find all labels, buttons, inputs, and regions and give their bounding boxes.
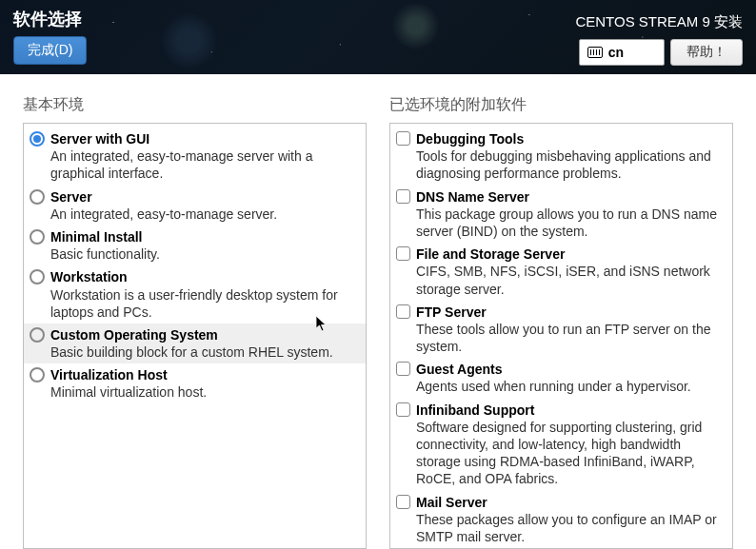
option-description: An integrated, easy-to-manage server.	[50, 206, 358, 223]
installer-title: CENTOS STREAM 9 安装	[575, 13, 743, 31]
addon-option[interactable]: DNS Name ServerThis package group allows…	[390, 186, 732, 244]
addon-option[interactable]: Infiniband SupportSoftware designed for …	[390, 399, 732, 491]
radio-button[interactable]	[30, 367, 45, 382]
addon-option[interactable]: Mail ServerThese packages allow you to c…	[390, 491, 732, 549]
addon-option[interactable]: File and Storage ServerCIFS, SMB, NFS, i…	[390, 243, 732, 301]
base-environment-column: 基本环境 Server with GUIAn integrated, easy-…	[23, 86, 367, 549]
addon-option[interactable]: FTP ServerThese tools allow you to run a…	[390, 301, 732, 359]
option-name: Server with GUI	[50, 130, 358, 147]
base-environment-list[interactable]: Server with GUIAn integrated, easy-to-ma…	[23, 123, 367, 549]
radio-button[interactable]	[30, 189, 45, 205]
option-name: Minimal Install	[50, 228, 358, 245]
option-description: CIFS, SMB, NFS, iSCSI, iSER, and iSNS ne…	[416, 263, 725, 297]
option-description: Basic functionality.	[50, 245, 358, 263]
done-button[interactable]: 完成(D)	[13, 36, 87, 65]
addons-heading: 已选环境的附加软件	[389, 95, 733, 115]
keyboard-layout-selector[interactable]: cn	[579, 39, 665, 66]
option-name: Server	[50, 188, 358, 206]
radio-button[interactable]	[30, 269, 45, 284]
header-right: CENTOS STREAM 9 安装 cn 帮助！	[575, 13, 743, 66]
option-name: Workstation	[50, 268, 358, 285]
option-description: Tools for debugging misbehaving applicat…	[416, 147, 725, 182]
checkbox[interactable]	[396, 362, 410, 376]
environment-option[interactable]: Server with GUIAn integrated, easy-to-ma…	[24, 127, 366, 186]
addon-option[interactable]: Debugging ToolsTools for debugging misbe…	[390, 127, 732, 186]
checkbox[interactable]	[396, 246, 410, 261]
option-name: DNS Name Server	[416, 188, 725, 206]
option-description: This package group allows you to run a D…	[416, 206, 725, 240]
addon-option[interactable]: Guest AgentsAgents used when running und…	[390, 358, 732, 398]
addons-list[interactable]: Debugging ToolsTools for debugging misbe…	[389, 123, 733, 549]
help-button[interactable]: 帮助！	[670, 39, 743, 66]
option-description: Minimal virtualization host.	[50, 383, 358, 401]
environment-option[interactable]: WorkstationWorkstation is a user-friendl…	[24, 265, 366, 324]
option-description: An integrated, easy-to-manage server wit…	[50, 147, 358, 182]
environment-option[interactable]: ServerAn integrated, easy-to-manage serv…	[24, 186, 366, 225]
option-name: File and Storage Server	[416, 245, 725, 263]
checkbox[interactable]	[396, 402, 410, 417]
option-description: Agents used when running under a hypervi…	[416, 378, 725, 395]
checkbox[interactable]	[396, 495, 410, 509]
base-environment-heading: 基本环境	[23, 95, 367, 115]
keyboard-layout-code: cn	[608, 45, 624, 60]
option-description: These tools allow you to run an FTP serv…	[416, 321, 725, 355]
option-name: Guest Agents	[416, 361, 725, 378]
radio-button[interactable]	[30, 131, 45, 147]
environment-option[interactable]: Custom Operating SystemBasic building bl…	[24, 324, 366, 363]
option-description: Basic building block for a custom RHEL s…	[50, 343, 358, 361]
option-name: Mail Server	[416, 494, 725, 511]
environment-option[interactable]: Minimal InstallBasic functionality.	[24, 225, 366, 265]
header-bar: 软件选择 完成(D) CENTOS STREAM 9 安装 cn 帮助！	[0, 0, 756, 74]
checkbox[interactable]	[396, 304, 410, 319]
option-name: FTP Server	[416, 304, 725, 321]
option-name: Infiniband Support	[416, 402, 725, 419]
option-name: Debugging Tools	[416, 130, 725, 147]
checkbox[interactable]	[396, 189, 410, 204]
option-name: Virtualization Host	[50, 366, 358, 383]
content-area: 基本环境 Server with GUIAn integrated, easy-…	[0, 74, 756, 549]
option-name: Custom Operating System	[50, 326, 358, 343]
radio-button[interactable]	[30, 327, 45, 343]
radio-button[interactable]	[30, 229, 45, 245]
option-description: Workstation is a user-friendly desktop s…	[50, 286, 358, 321]
option-description: These packages allow you to configure an…	[416, 511, 725, 545]
checkbox[interactable]	[396, 131, 410, 146]
addons-column: 已选环境的附加软件 Debugging ToolsTools for debug…	[389, 86, 733, 549]
option-description: Software designed for supporting cluster…	[416, 419, 725, 488]
environment-option[interactable]: Virtualization HostMinimal virtualizatio…	[24, 363, 366, 403]
keyboard-icon	[587, 47, 603, 58]
